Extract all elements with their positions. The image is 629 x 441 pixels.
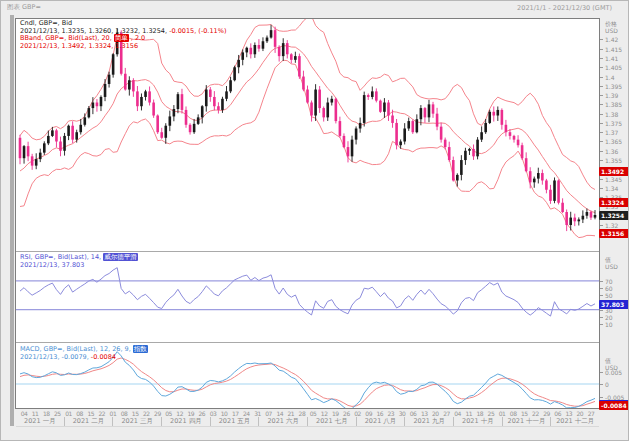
macd-tick-mark xyxy=(600,397,603,398)
candle-body xyxy=(282,43,285,56)
price-tick: 1.335 xyxy=(605,194,622,201)
price-tick-mark xyxy=(600,104,603,105)
candle-body xyxy=(557,180,560,202)
candle-body xyxy=(156,116,159,133)
candle-body xyxy=(432,104,435,113)
price-axis-unit: USD xyxy=(605,27,618,34)
week-label: 31 xyxy=(254,410,261,417)
price-tick: 1.38 xyxy=(605,111,618,118)
candle-body xyxy=(488,112,491,123)
week-label: 25 xyxy=(488,410,495,417)
candle-body xyxy=(549,190,552,201)
candle-body xyxy=(75,132,78,139)
price-tick-mark xyxy=(600,225,603,226)
week-label: 23 xyxy=(388,410,395,417)
week-label: 10 xyxy=(221,410,228,417)
left-splitter[interactable] xyxy=(10,15,14,426)
month-label: 2021 九月 xyxy=(404,417,453,426)
price-tick-mark xyxy=(600,234,603,235)
candle-body xyxy=(237,60,240,67)
candle-body xyxy=(497,110,500,116)
candle-body xyxy=(148,91,151,102)
candle-body xyxy=(464,151,467,160)
date-range-label: 2021/1/1 - 2021/12/30 (GMT) xyxy=(517,4,612,12)
price-tick: 1.4 xyxy=(605,74,615,81)
candle-body xyxy=(173,109,176,116)
rsi-tick-mark xyxy=(600,295,603,296)
price-tick: 1.375 xyxy=(605,120,622,127)
candle-body xyxy=(452,160,455,180)
week-label: 11 xyxy=(32,410,39,417)
candle-body xyxy=(262,41,265,48)
price-tick-mark xyxy=(600,114,603,115)
candle-body xyxy=(270,30,273,37)
last-price-badge: 1.3254 xyxy=(599,211,629,220)
rsi-tick-mark xyxy=(600,281,603,282)
week-label: 27 xyxy=(588,410,595,417)
candle-body xyxy=(395,123,398,145)
month-label: 2021 一月 xyxy=(16,417,64,426)
candle-body xyxy=(541,173,544,180)
rsi-tick-mark xyxy=(600,324,603,325)
candle-body xyxy=(594,215,597,218)
candle-body xyxy=(185,110,188,125)
macd-value-badge: -0.0079 xyxy=(599,400,629,409)
candle-body xyxy=(177,94,180,109)
candle-body xyxy=(403,129,406,142)
price-tick-mark xyxy=(600,123,603,124)
title-bar: 图表 GBP= 2021/1/1 - 2021/12/30 (GMT) xyxy=(1,1,628,14)
candle-body xyxy=(537,173,540,179)
price-tick-mark xyxy=(600,49,603,50)
candle-body xyxy=(96,103,99,107)
candle-body xyxy=(88,108,91,117)
week-label: 27 xyxy=(443,410,450,417)
candle-body xyxy=(67,126,70,136)
chart-area[interactable]: Cndl, GBP=, Bid 2021/12/13, 1.3235, 1.32… xyxy=(15,18,600,409)
rsi-tick-mark xyxy=(600,302,603,303)
price-tick: 1.365 xyxy=(605,138,622,145)
macd-tick-mark xyxy=(600,372,603,373)
rsi-panel-canvas[interactable] xyxy=(16,252,599,342)
candle-body xyxy=(144,91,147,97)
candle-body xyxy=(233,67,236,80)
candle-body xyxy=(213,97,216,106)
candle-body xyxy=(290,54,293,60)
price-tick-mark xyxy=(600,95,603,96)
candle-body xyxy=(335,99,338,121)
price-tick-mark xyxy=(600,141,603,142)
month-label: 2021 七月 xyxy=(307,417,356,426)
week-label: 02 xyxy=(354,410,361,417)
candle-body xyxy=(375,91,378,100)
macd-line xyxy=(20,352,595,408)
candle-body xyxy=(387,103,390,116)
rsi-axis-unit: USD xyxy=(605,263,618,270)
candle-body xyxy=(205,90,208,107)
week-label: 06 xyxy=(554,410,561,417)
week-label: 17 xyxy=(232,410,239,417)
price-tick: 1.405 xyxy=(605,64,622,71)
price-tick-mark xyxy=(600,179,603,180)
week-label: 05 xyxy=(310,410,317,417)
rsi-tick: 20 xyxy=(605,314,613,321)
candle-body xyxy=(104,84,107,97)
time-axis: 0411182501081522010815222905121926031017… xyxy=(16,410,599,427)
candle-body xyxy=(444,140,447,147)
price-panel-canvas[interactable] xyxy=(16,19,599,251)
price-tick: 1.41 xyxy=(605,55,618,62)
candle-body xyxy=(505,125,508,132)
macd-panel-canvas[interactable] xyxy=(16,343,599,408)
candle-body xyxy=(411,121,414,132)
candle-body xyxy=(420,108,423,119)
price-tick: 1.42 xyxy=(605,36,618,43)
rsi-tick-mark xyxy=(600,288,603,289)
candle-body xyxy=(189,125,192,132)
week-label: 07 xyxy=(265,410,272,417)
week-label: 21 xyxy=(287,410,294,417)
macd-tick: 0.005 xyxy=(605,369,622,376)
month-label: 2021 六月 xyxy=(258,417,307,426)
candle-body xyxy=(517,140,520,146)
price-tick: 1.37 xyxy=(605,129,618,136)
candle-body xyxy=(480,132,483,139)
month-label: 2021 八月 xyxy=(356,417,405,426)
candle-body xyxy=(553,180,556,200)
